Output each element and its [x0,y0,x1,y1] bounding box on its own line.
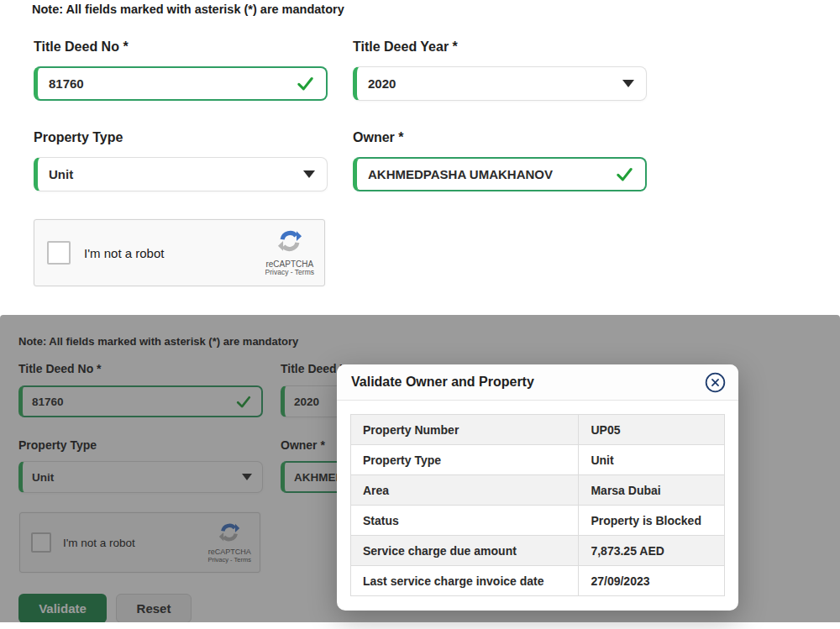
title-deed-no-value: 81760 [49,76,84,91]
close-icon[interactable] [705,372,726,393]
table-row: Status Property is Blocked [351,506,725,536]
row-label: Last service charge invoice date [351,566,579,596]
row-value: UP05 [579,415,725,445]
modal-body: Property Number UP05 Property Type Unit … [337,401,738,610]
owner-input[interactable]: AKHMEDPASHA UMAKHANOV [353,157,647,191]
recaptcha-logo-icon [277,228,302,257]
mandatory-note: Note: All fields marked with asterisk (*… [32,3,344,16]
row-label: Service charge due amount [351,536,579,566]
property-type-select[interactable]: Unit [34,157,328,191]
table-row: Last service charge invoice date 27/09/2… [351,566,725,596]
row-label: Property Number [351,415,579,445]
table-row: Property Type Unit [351,445,725,475]
title-deed-year-select[interactable]: 2020 [353,66,647,101]
row-label: Property Type [351,445,579,475]
validate-owner-property-modal: Validate Owner and Property Property Num… [337,364,738,611]
property-type-value: Unit [49,167,73,181]
recaptcha-label: I'm not a robot [84,246,164,260]
title-deed-no-input[interactable]: 81760 [34,66,328,101]
title-deed-year-value: 2020 [368,76,396,91]
check-icon [297,76,314,91]
property-details-table: Property Number UP05 Property Type Unit … [350,414,725,596]
row-value: Marsa Dubai [579,475,725,506]
row-value: 7,873.25 AED [579,536,725,566]
row-value: Property is Blocked [579,506,725,536]
owner-value: AKHMEDPASHA UMAKHANOV [368,167,553,181]
owner-label: Owner * [353,130,403,145]
page: Note: All fields marked with asterisk (*… [0,0,840,629]
caret-down-icon [303,170,315,178]
row-label: Area [351,475,579,506]
recaptcha-privacy-terms-links[interactable]: Privacy - Terms [265,269,314,277]
property-type-label: Property Type [34,130,123,145]
modal-header: Validate Owner and Property [337,364,738,401]
table-row: Service charge due amount 7,873.25 AED [351,536,725,566]
modal-title: Validate Owner and Property [351,375,534,390]
title-deed-no-label: Title Deed No * [34,39,129,55]
row-label: Status [351,506,579,536]
recaptcha-widget: I'm not a robot reCAPTCHA Privacy - Term… [34,219,325,286]
row-value: 27/09/2023 [579,566,725,596]
row-value: Unit [579,445,725,475]
table-row: Area Marsa Dubai [351,475,725,506]
caret-down-icon [622,80,634,87]
check-icon [616,167,633,181]
recaptcha-checkbox[interactable] [47,241,71,265]
table-row: Property Number UP05 [351,415,725,445]
title-deed-year-label: Title Deed Year * [353,39,458,55]
